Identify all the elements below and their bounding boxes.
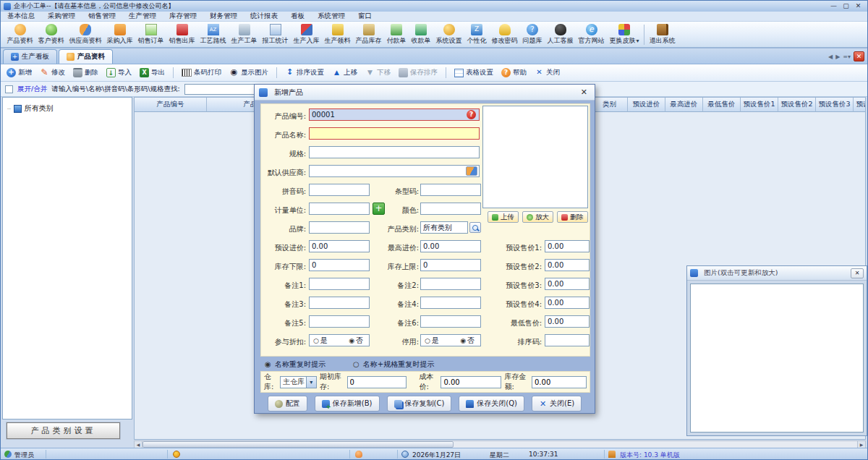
tab-list-icon[interactable]: ≡▾ <box>843 54 851 60</box>
tree-expander-icon[interactable]: ┈ <box>7 106 11 112</box>
toolbar-work-report[interactable]: 报工统计 <box>260 23 291 46</box>
spec-field[interactable] <box>309 146 480 158</box>
toolbar-receipt[interactable]: 收款单 <box>409 23 433 46</box>
column-header-max-purchase-price[interactable]: 最高进价 <box>665 98 703 112</box>
stock-max-field[interactable] <box>420 259 481 271</box>
menu-production[interactable]: 生产管理 <box>122 12 163 21</box>
person-icon[interactable] <box>355 451 362 458</box>
search-category-icon[interactable] <box>469 222 481 233</box>
edit-button[interactable]: 修改 <box>40 68 65 77</box>
menu-board[interactable]: 看板 <box>284 12 311 21</box>
column-header-sale-price2[interactable]: 预设售价2 <box>778 98 816 112</box>
note4-field[interactable] <box>420 297 481 309</box>
expand-merge-checkbox[interactable] <box>5 85 13 93</box>
sale-price2-field[interactable] <box>545 259 590 271</box>
save-new-button[interactable]: 保存新增(B) <box>315 396 380 412</box>
toolbar-product-stock[interactable]: 产品库存 <box>353 23 384 46</box>
product-name-field[interactable] <box>309 127 480 140</box>
toolbar-work-order[interactable]: 生产工单 <box>229 23 260 46</box>
toolbar-personalize[interactable]: 个性化 <box>464 23 489 46</box>
table-settings-button[interactable]: 表格设置 <box>454 68 493 77</box>
category-field[interactable] <box>420 221 468 234</box>
tree-node-all-categories[interactable]: ┈ 所有类别 <box>3 98 132 114</box>
category-settings-button[interactable]: 产品类别设置 <box>7 422 120 439</box>
sort-settings-button[interactable]: 排序设置 <box>285 68 324 77</box>
select-supplier-icon[interactable] <box>466 166 477 176</box>
scrollbar-thumb[interactable] <box>142 441 454 448</box>
column-header-sale-price1[interactable]: 预设售价1 <box>741 98 778 112</box>
product-code-field[interactable] <box>309 108 480 121</box>
toolbar-supplier-info[interactable]: 供应商资料 <box>67 23 104 46</box>
close-button[interactable]: 关闭(E) <box>532 396 582 412</box>
menu-purchase[interactable]: 采购管理 <box>41 12 82 21</box>
toolbar-product-info[interactable]: 产品资料 <box>4 23 35 46</box>
note2-field[interactable] <box>420 278 481 290</box>
toolbar-purchase-in[interactable]: 采购入库 <box>104 23 135 46</box>
move-down-button[interactable]: 下移 <box>365 68 391 77</box>
cost-price-field[interactable] <box>441 376 501 388</box>
tab-production-board[interactable]: 生产看板 <box>3 49 57 64</box>
toolbar-support[interactable]: 人工客服 <box>545 23 576 46</box>
dialog-close-icon[interactable]: ✕ <box>578 88 590 97</box>
tab-scroll-right-icon[interactable]: ▶ <box>835 54 840 60</box>
scroll-left-icon[interactable]: ◀ <box>135 441 142 448</box>
column-header-category[interactable]: 类别 <box>592 98 628 112</box>
toolbar-change-skin[interactable]: 更换皮肤▾ <box>607 23 642 46</box>
barcode-field[interactable] <box>420 184 481 196</box>
column-header-purchase-price[interactable]: 预设进价 <box>628 98 665 112</box>
menu-system[interactable]: 系统管理 <box>311 12 352 21</box>
toolbar-customer-info[interactable]: 客户资料 <box>35 23 67 46</box>
toolbar-website[interactable]: 官方网站 <box>576 23 607 46</box>
save-close-button[interactable]: 保存关闭(Q) <box>459 396 524 412</box>
init-stock-field[interactable] <box>347 376 407 388</box>
sort-code-field[interactable] <box>545 334 590 346</box>
toolbar-change-password[interactable]: 修改密码 <box>489 23 520 46</box>
toolbar-material-issue[interactable]: 生产领料 <box>322 23 353 46</box>
close-tab-button[interactable]: 关闭 <box>535 68 560 77</box>
toolbar-sales-out[interactable]: 销售出库 <box>166 23 197 46</box>
move-up-button[interactable]: 上移 <box>332 68 357 77</box>
badge-icon[interactable] <box>173 451 180 458</box>
note6-field[interactable] <box>420 315 481 328</box>
help-button[interactable]: 帮助 <box>501 68 527 77</box>
sale-price4-field[interactable] <box>545 297 590 309</box>
stop-use-radio-group[interactable]: ○是 ◉否 <box>420 334 481 346</box>
menu-reports[interactable]: 统计报表 <box>244 12 284 21</box>
dialog-title-bar[interactable]: 新增产品 ✕ <box>255 85 595 101</box>
toolbar-faq[interactable]: 问题库 <box>520 23 545 46</box>
search-input[interactable] <box>184 84 265 95</box>
menu-sales[interactable]: 销售管理 <box>82 12 122 21</box>
menu-finance[interactable]: 财务管理 <box>203 12 244 21</box>
menu-basic-info[interactable]: 基本信息 <box>1 12 41 21</box>
sale-price3-field[interactable] <box>545 278 590 290</box>
stock-amount-field[interactable] <box>532 376 587 388</box>
menu-window[interactable]: 窗口 <box>352 12 378 21</box>
save-sort-button[interactable]: 保存排序 <box>399 68 438 77</box>
toolbar-system-settings[interactable]: 系统设置 <box>433 23 464 46</box>
radio-on-icon[interactable]: ◉ <box>349 337 354 344</box>
image-panel-close-icon[interactable]: ✕ <box>851 268 864 278</box>
close-icon[interactable]: ✕ <box>852 1 864 11</box>
warehouse-select[interactable]: 主仓库 <box>280 376 317 388</box>
required-help-icon[interactable]: ? <box>467 110 476 119</box>
toolbar-process-route[interactable]: 工艺路线 <box>197 23 229 46</box>
expand-merge-label[interactable]: 展开/合并 <box>17 85 47 94</box>
menu-inventory[interactable]: 库存管理 <box>163 12 203 21</box>
image-panel-preview[interactable] <box>690 284 864 433</box>
toolbar-production-in[interactable]: 生产入库 <box>291 23 322 46</box>
radio-off-icon[interactable]: ○ <box>425 337 430 344</box>
show-image-button[interactable]: 显示图片 <box>229 68 268 77</box>
import-button[interactable]: 导入 <box>106 68 132 77</box>
dup-option-name[interactable]: ◉ 名称重复时提示 <box>265 359 326 370</box>
minimize-icon[interactable]: — <box>827 1 840 11</box>
add-button[interactable]: 新增 <box>7 68 32 77</box>
radio-on-icon[interactable]: ◉ <box>460 337 466 344</box>
column-header-sale-price3[interactable]: 预设售价3 <box>816 98 854 112</box>
scroll-right-icon[interactable]: ▶ <box>857 441 865 448</box>
column-header-min-sale-price[interactable]: 最低售价 <box>703 98 741 112</box>
default-supplier-field[interactable] <box>309 165 480 177</box>
tab-close-icon[interactable]: ✕ <box>854 51 864 61</box>
image-panel-title-bar[interactable]: 图片(双击可更新和放大) ✕ <box>687 266 867 281</box>
column-header-sale-price4[interactable]: 预设售价4 <box>854 98 866 112</box>
radio-off-icon[interactable]: ○ <box>313 337 319 344</box>
